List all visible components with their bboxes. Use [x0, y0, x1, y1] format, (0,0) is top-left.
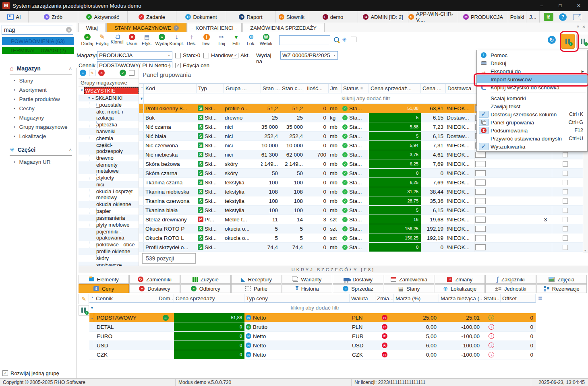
price-filter-row[interactable]: ▼ kliknij aby dodać filtr [89, 303, 536, 313]
column-header-cennik[interactable]: Cennik [94, 294, 157, 302]
price-row[interactable]: USD0NNettoUSDR6,00-100,00↓0 [89, 341, 536, 350]
tree-item-okucia-i-osprzęt-meblowy[interactable]: okucia i osprzęt meblowy [79, 188, 139, 201]
column-header-dostawca[interactable]: Dostawca [446, 84, 474, 93]
tree-item-okucia-okienne[interactable]: okucia okienne [79, 201, 139, 208]
search-input[interactable] [2, 25, 73, 35]
menu-item-wyszukiwarka[interactable]: ✓Wyszukiwarka [477, 142, 587, 151]
notifications-button[interactable]: POWIADOMIENIA (63) [2, 37, 74, 45]
inline-edit-box[interactable] [475, 161, 486, 167]
tab-odbiorcy[interactable]: »Odbiorcy [180, 284, 231, 293]
row-checkbox[interactable] [563, 217, 568, 222]
table-row[interactable]: Skóra beżowaSSkł...skóry2 149...2 149...… [139, 159, 588, 169]
toolbar-button-edytuj[interactable]: ✎Edytuj [95, 33, 110, 46]
row-checkbox[interactable] [563, 235, 568, 241]
menu-item-dostosuj-szerokość-kolumn[interactable]: ✓Dostosuj szerokość kolumnCtrl+K [477, 110, 587, 118]
tree-item-nici[interactable]: nici [79, 181, 139, 188]
column-header-grupa[interactable]: Grupa ... [224, 84, 261, 93]
tab-ceny[interactable]: $Ceny [79, 284, 129, 293]
sidebar-item-stany[interactable]: Stany [0, 76, 77, 85]
column-header-zmia[interactable]: Zmia... [375, 294, 394, 302]
tab-rezerwacje[interactable]: Rezerwacje [536, 284, 587, 293]
menu-item-zawijaj-tekst[interactable]: Zawijaj tekst [477, 102, 587, 110]
tab-lokalizacje[interactable]: ⊕Lokalizacje [435, 284, 485, 293]
column-header-status[interactable]: Status≡ [342, 84, 369, 93]
table-row[interactable]: Profil skrzydeł o...SSkł...74,474,40mbSt… [139, 243, 588, 252]
delete-group-button[interactable] [98, 70, 105, 76]
toolbar-button-wydaj[interactable]: »Wydaj [154, 33, 169, 46]
tree-item-elementy-metalowe[interactable]: elementy metalowe [79, 161, 139, 174]
row-checkbox[interactable] [563, 226, 568, 231]
tree-item-etykiety[interactable]: etykiety [79, 174, 139, 181]
row-checkbox[interactable] [563, 208, 568, 213]
maximize-button[interactable] [551, 0, 569, 11]
row-checkbox[interactable] [563, 180, 568, 185]
terminal-notes-button[interactable]: TERMINAL - UWAGI (2) [2, 47, 74, 54]
column-header-stan-c[interactable]: Stan c... [280, 84, 305, 93]
inline-edit-box[interactable] [475, 189, 486, 195]
inline-edit-box[interactable] [475, 235, 486, 241]
edit-group-button[interactable] [89, 70, 95, 76]
toolbar-button-etyk[interactable]: ▤Etyk. [139, 33, 154, 46]
toolbar-button-klonuj[interactable]: Klonuj [110, 33, 124, 46]
handlowy-checkbox[interactable] [203, 53, 209, 58]
tab-stany-magazynowe[interactable]: STANY MAGAZYNOWE [106, 23, 186, 32]
tree-item-barwniki[interactable]: barwniki [79, 128, 139, 135]
table-row[interactable]: Tkanina czarnaSSkł...tekstylia1001000mbS… [139, 178, 588, 187]
topbar-item-produkcja[interactable]: MPRODUKCJA [458, 11, 508, 23]
topbar-item-aktywność[interactable]: AAktywność [78, 11, 128, 23]
section-części[interactable]: Części [10, 147, 72, 156]
column-header-ilość[interactable]: Ilość... [305, 84, 329, 93]
table-row[interactable]: Okucia ROTO LSSkł...okucia o...550sztSta… [139, 233, 588, 243]
column-header-marża[interactable]: Marża (%) [394, 294, 439, 302]
topbar-item-app-win-chr-v[interactable]: SAPP-WIN-CHR-V.... [408, 11, 458, 23]
table-row[interactable]: Tkanina niebieskaSSkł...tekstylia1081080… [139, 187, 588, 196]
wydaj-combo[interactable]: WZ 00005/PR/2025 [280, 51, 338, 60]
inline-edit-box[interactable] [475, 180, 486, 186]
column-header-cena-sprzedaży[interactable]: Cena sprzedaży [174, 294, 244, 302]
import-prices-button[interactable] [79, 305, 89, 316]
tab-jednostki[interactable]: ±≡Jednostki [485, 284, 536, 293]
column-chooser-icon[interactable] [538, 295, 542, 301]
price-row[interactable]: EURO0NNettoEURR5,00-100,00↓0 [89, 332, 536, 341]
search-icon[interactable] [334, 37, 340, 43]
inline-edit-box[interactable] [475, 207, 486, 213]
column-header-cena-sprzedaż[interactable]: Cena sprzedaż... [369, 84, 421, 93]
menu-item-panel-grupowania[interactable]: Panel grupowaniaCtrl+G [477, 118, 587, 126]
inline-edit-box[interactable] [475, 217, 486, 223]
tree-item-chemia[interactable]: chemia [79, 135, 139, 142]
apply-filter-button[interactable] [120, 70, 126, 76]
column-header-stan[interactable]: Stan ... [261, 84, 280, 93]
row-checkbox[interactable] [563, 189, 568, 194]
topbar-item-demo[interactable]: Fdemo [308, 11, 358, 23]
sidebar-item-magazyn-ur[interactable]: Magazyn UR [0, 157, 77, 167]
tab-kontrahenci[interactable]: KONTRAHENCI [188, 23, 242, 32]
inline-edit-box[interactable] [475, 226, 486, 232]
topbar-item-zrób[interactable]: XZrób [29, 11, 78, 23]
tab-zamówienia-sprzedaży[interactable]: ZAMÓWIENIA SPRZEDAŻY [242, 23, 325, 32]
sidebar-item-asortyment[interactable]: Asortyment [0, 85, 77, 95]
table-row[interactable]: Tkanina białaSSkł...tekstylia1001000mbSt… [139, 206, 588, 215]
table-row[interactable]: Okucia ROTO PSSkł...okucia o...550sztSta… [139, 224, 588, 233]
edit-price-button[interactable] [79, 294, 89, 304]
menu-item-drukuj[interactable]: Drukuj [477, 59, 587, 67]
column-header-dom[interactable]: Dom... [157, 294, 174, 302]
tree-item-części-podzespoły[interactable]: części-podzespoły [79, 142, 139, 155]
table-row[interactable]: Stelaż drewnianyPPr...Meble t...11143szt… [139, 215, 588, 224]
row-checkbox[interactable] [563, 171, 568, 176]
tree-item-pojemniki-opakowania[interactable]: pojemniki - opakowania [79, 228, 139, 241]
column-header-waluta[interactable]: Waluta [350, 294, 375, 302]
expand-one-group-checkbox[interactable] [2, 370, 8, 376]
menu-item-kopiuj-wszystko-do-schowka[interactable]: Kopiuj wszystko do schowka [477, 83, 587, 91]
row-checkbox[interactable] [563, 152, 568, 157]
topbar-item-j[interactable]: J... [526, 11, 540, 23]
inline-edit-box[interactable] [475, 170, 486, 176]
tree-item-akc-mont-i-izolacja[interactable]: akc. mont. i izolacja [79, 108, 139, 121]
external-window-icon[interactable] [573, 14, 581, 20]
toolbar-button-dodaj[interactable]: +Dodaj [80, 33, 95, 46]
tab-zmiany[interactable]: ↗Zmiany [435, 275, 485, 284]
inline-edit-box[interactable] [475, 198, 486, 204]
grid-menu-button[interactable] [561, 34, 575, 49]
price-row[interactable]: CZK0NNettoCZKR0,00-100,00↓0 [89, 350, 536, 359]
sidebar-item-lokalizacje[interactable]: Lokalizacje [0, 132, 77, 141]
stan-checkbox[interactable] [175, 53, 181, 58]
